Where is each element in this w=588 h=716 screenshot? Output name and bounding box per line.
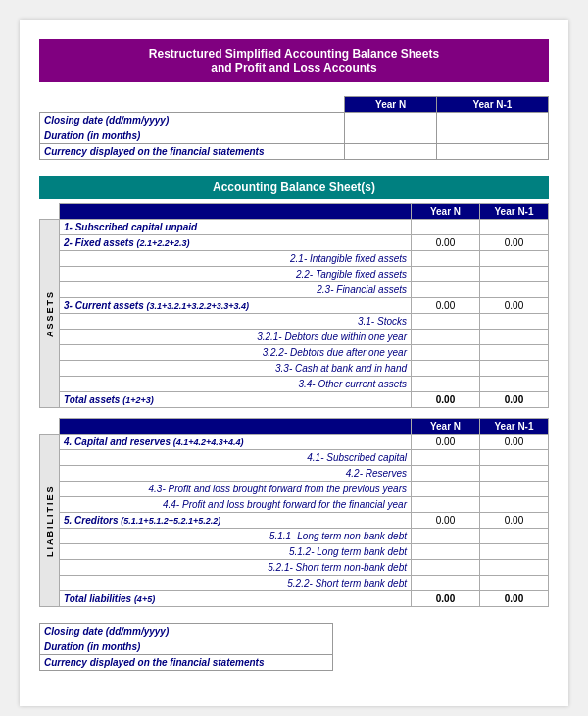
currency-label: Currency displayed on the financial stat…: [40, 144, 345, 160]
row-tangible: 2.2- Tangible fixed assets: [60, 267, 412, 282]
year-n-header-top: Year N: [345, 97, 436, 113]
liab-label-empty: [60, 419, 412, 435]
row-lt-bank: 5.1.2- Long term bank debt: [60, 544, 412, 560]
row-lt-nonbank: 5.1.1- Long term non-bank debt: [60, 529, 412, 544]
row-pnl-prev: 4.3- Profit and loss brought forward fro…: [60, 482, 412, 497]
bottom-duration: Duration (in months): [40, 639, 333, 655]
row-other-current: 3.4- Other current assets: [60, 377, 412, 392]
row-cash: 3.3- Cash at bank and in hand: [60, 361, 412, 377]
row-reserves: 4.2- Reserves: [60, 466, 412, 482]
page-title: Restructured Simplified Accounting Balan…: [39, 39, 549, 82]
liabilities-table: Year N Year N-1 LIABILITIES 4. Capital a…: [39, 418, 549, 607]
liab-year-n-header: Year N: [412, 419, 480, 435]
row-intangible: 2.1- Intangible fixed assets: [60, 251, 412, 267]
row-pnl-financial: 4.4- Profit and loss brought forward for…: [60, 497, 412, 513]
page: Restructured Simplified Accounting Balan…: [20, 20, 568, 706]
row-fixed-assets: 2- Fixed assets (2.1+2.2+2.3): [60, 235, 412, 251]
top-info-table: Year N Year N-1 Closing date (dd/mm/yyyy…: [39, 96, 549, 160]
bottom-currency: Currency displayed on the financial stat…: [40, 655, 333, 671]
bottom-info-table: Closing date (dd/mm/yyyy) Duration (in m…: [39, 623, 333, 671]
row-debtors-after: 3.2.2- Debtors due after one year: [60, 345, 412, 361]
row-total-assets: Total assets (1+2+3): [60, 392, 412, 408]
liabilities-side-label: LIABILITIES: [40, 435, 60, 607]
assets-table: Year N Year N-1 ASSETS 1- Subscribed cap…: [39, 203, 549, 408]
duration-label: Duration (in months): [40, 128, 345, 144]
row-debtors-within: 3.2.1- Debtors due within one year: [60, 330, 412, 345]
closing-date-label: Closing date (dd/mm/yyyy): [40, 113, 345, 128]
assets-side-label: ASSETS: [40, 220, 60, 408]
balance-sheet-header: Accounting Balance Sheet(s): [39, 176, 549, 199]
row-subscribed-unpaid: 1- Subscribed capital unpaid: [60, 220, 412, 235]
assets-year-n1-header: Year N-1: [480, 204, 549, 220]
row-subscribed-capital: 4.1- Subscribed capital: [60, 450, 412, 466]
row-st-nonbank: 5.2.1- Short term non-bank debt: [60, 560, 412, 576]
row-capital-reserves: 4. Capital and reserves (4.1+4.2+4.3+4.4…: [60, 435, 412, 450]
year-n1-header-top: Year N-1: [436, 97, 548, 113]
assets-label-empty: [60, 204, 412, 220]
row-financial-assets: 2.3- Financial assets: [60, 282, 412, 298]
bottom-closing-date: Closing date (dd/mm/yyyy): [40, 624, 333, 639]
row-creditors: 5. Creditors (5.1.1+5.1.2+5.2.1+5.2.2): [60, 513, 412, 529]
row-current-assets: 3- Current assets (3.1+3.2.1+3.2.2+3.3+3…: [60, 298, 412, 314]
row-stocks: 3.1- Stocks: [60, 314, 412, 330]
row-total-liab: Total liabilities (4+5): [60, 591, 412, 607]
row-st-bank: 5.2.2- Short term bank debt: [60, 576, 412, 591]
liab-year-n1-header: Year N-1: [480, 419, 549, 435]
assets-year-n-header: Year N: [412, 204, 480, 220]
